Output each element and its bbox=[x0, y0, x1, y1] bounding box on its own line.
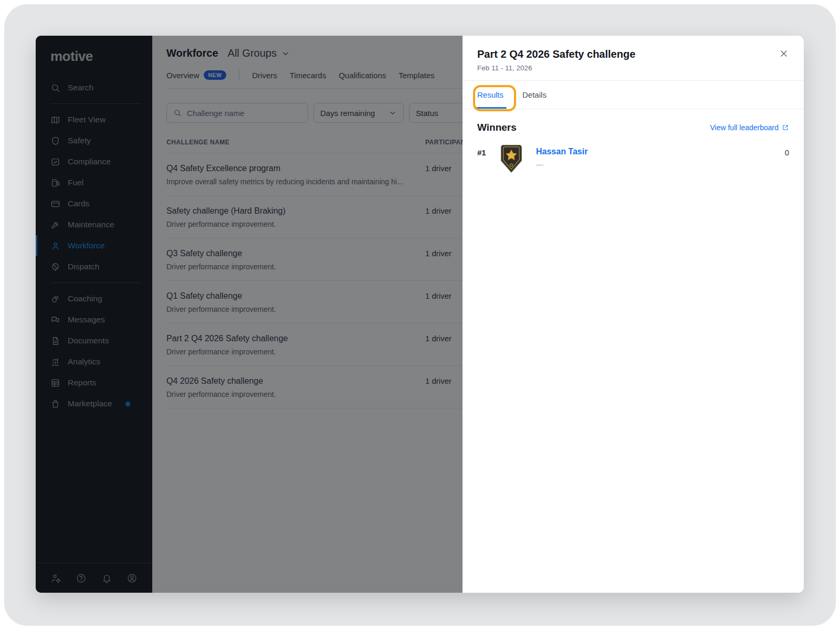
winner-rank: #1 bbox=[477, 148, 495, 157]
challenge-detail-panel: Part 2 Q4 2026 Safety challenge Feb 11 -… bbox=[463, 36, 804, 593]
panel-tab-results[interactable]: Results bbox=[477, 81, 503, 109]
panel-tab-details[interactable]: Details bbox=[522, 81, 547, 109]
winners-section: Winners View full leaderboard #1 Hassan … bbox=[463, 109, 804, 186]
winner-score: 0 bbox=[785, 148, 789, 157]
winner-row: #1 Hassan Tasir — 0 bbox=[477, 144, 789, 174]
panel-tab-label: Details bbox=[522, 90, 547, 99]
winners-header: Winners View full leaderboard bbox=[477, 122, 789, 133]
winner-badge-icon bbox=[498, 144, 524, 174]
panel-header: Part 2 Q4 2026 Safety challenge Feb 11 -… bbox=[463, 36, 804, 81]
panel-tabs: Results Details bbox=[463, 81, 804, 109]
winner-secondary: — bbox=[536, 160, 587, 169]
view-full-leaderboard-label: View full leaderboard bbox=[710, 123, 779, 132]
app-window: motive Search Fleet View Safety bbox=[36, 36, 804, 593]
panel-date-range: Feb 11 - 11, 2026 bbox=[477, 64, 789, 72]
winners-heading: Winners bbox=[477, 122, 517, 133]
winner-name-link[interactable]: Hassan Tasir bbox=[536, 147, 587, 156]
panel-tab-label: Results bbox=[477, 90, 503, 99]
close-icon bbox=[779, 48, 789, 61]
panel-title: Part 2 Q4 2026 Safety challenge bbox=[477, 48, 789, 60]
view-full-leaderboard-link[interactable]: View full leaderboard bbox=[710, 123, 790, 132]
close-button[interactable] bbox=[776, 47, 791, 62]
external-link-icon bbox=[782, 124, 789, 131]
